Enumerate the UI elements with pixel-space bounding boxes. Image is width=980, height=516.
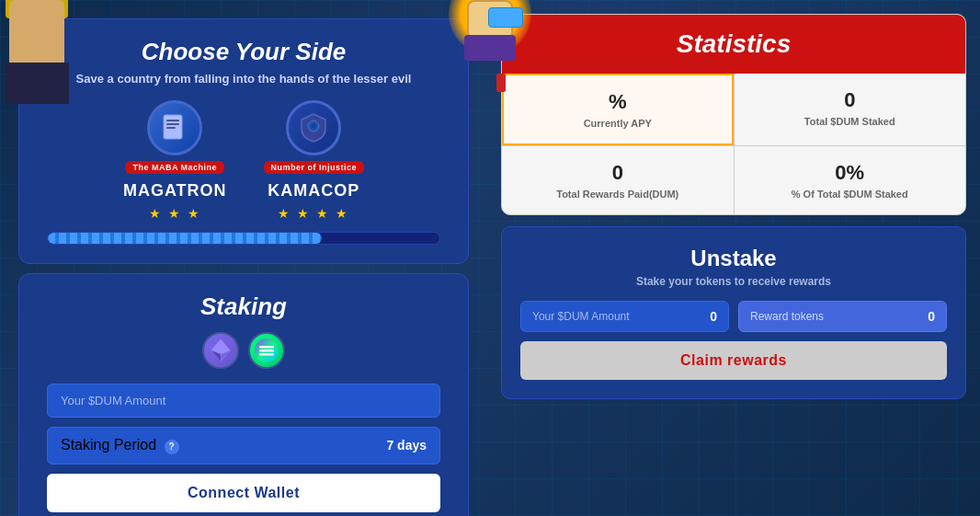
sides-row: The MABA Machine MAGATRON ★ ★ ★ Numb bbox=[47, 100, 440, 221]
svg-rect-12 bbox=[259, 353, 274, 356]
unstake-subtitle: Stake your tokens to receive rewards bbox=[520, 275, 947, 288]
coin-icons-row bbox=[47, 332, 440, 369]
statistics-grid: % Currently APY 0 Total $DUM Staked 0 To… bbox=[502, 74, 965, 214]
top-character bbox=[435, 0, 545, 64]
svg-rect-3 bbox=[166, 127, 176, 129]
connect-wallet-button[interactable]: Connect Wallet bbox=[47, 474, 440, 512]
svg-rect-10 bbox=[259, 346, 274, 349]
staking-title: Staking bbox=[47, 292, 440, 321]
unstake-dum-input[interactable]: Your $DUM Amount 0 bbox=[520, 301, 729, 332]
svg-point-5 bbox=[311, 123, 316, 129]
unstake-inputs-row: Your $DUM Amount 0 Reward tokens 0 bbox=[520, 301, 947, 332]
stat-apy-label: Currently APY bbox=[522, 118, 713, 129]
staking-period-value: 7 days bbox=[386, 438, 427, 453]
stat-apy-value: % bbox=[522, 90, 713, 114]
reward-tokens-value: 0 bbox=[928, 309, 935, 324]
stat-percent-staked: 0% % Of Total $DUM Staked bbox=[735, 146, 966, 214]
stat-rewards-paid-label: Total Rewards Paid(DUM) bbox=[520, 189, 715, 200]
statistics-title: Statistics bbox=[520, 29, 947, 59]
kamacop-option[interactable]: Number of Injustice KAMACOP ★ ★ ★ ★ bbox=[264, 100, 365, 221]
sol-icon bbox=[248, 332, 285, 369]
stat-apy: % Currently APY bbox=[502, 74, 734, 145]
content-area: Choose Your Side Save a country from fal… bbox=[0, 0, 980, 516]
stat-total-staked-value: 0 bbox=[753, 88, 948, 112]
svg-rect-1 bbox=[166, 120, 179, 121]
unstake-title: Unstake bbox=[520, 246, 947, 271]
dum-amount-input[interactable]: Your $DUM Amount bbox=[47, 384, 440, 418]
reward-tokens-group[interactable]: Reward tokens 0 bbox=[738, 301, 947, 332]
unstake-card: Unstake Stake your tokens to receive rew… bbox=[501, 226, 966, 399]
reward-tokens-label: Reward tokens bbox=[750, 310, 824, 323]
magatron-avatar bbox=[147, 100, 202, 155]
stat-percent-staked-label: % Of Total $DUM Staked bbox=[753, 189, 948, 200]
kamacop-badge: Number of Injustice bbox=[264, 161, 365, 174]
svg-rect-11 bbox=[259, 350, 274, 352]
staking-period-label: Staking Period ? bbox=[61, 437, 179, 454]
kamacop-name: KAMACOP bbox=[268, 181, 359, 201]
magatron-name: MAGATRON bbox=[123, 181, 227, 201]
stat-rewards-paid: 0 Total Rewards Paid(DUM) bbox=[502, 146, 734, 214]
stat-rewards-paid-value: 0 bbox=[520, 161, 715, 185]
stat-total-staked-label: Total $DUM Staked bbox=[753, 116, 948, 127]
stat-total-staked: 0 Total $DUM Staked bbox=[735, 74, 966, 145]
kamacop-stars: ★ ★ ★ ★ bbox=[278, 206, 349, 221]
staking-card: Staking bbox=[18, 273, 469, 516]
corner-character bbox=[0, 0, 110, 110]
unstake-dum-label: Your $DUM Amount bbox=[532, 310, 630, 323]
right-panel: Statistics % Currently APY 0 Total $DUM … bbox=[487, 0, 980, 516]
period-help-icon[interactable]: ? bbox=[165, 440, 179, 454]
stat-percent-staked-value: 0% bbox=[753, 161, 948, 185]
statistics-header: Statistics bbox=[502, 15, 965, 74]
progress-bar-fill bbox=[48, 233, 322, 244]
eth-icon bbox=[202, 332, 239, 369]
magatron-badge: The MABA Machine bbox=[125, 161, 224, 174]
svg-rect-2 bbox=[166, 123, 179, 125]
magatron-option[interactable]: The MABA Machine MAGATRON ★ ★ ★ bbox=[123, 100, 227, 221]
unstake-dum-value: 0 bbox=[710, 309, 717, 324]
staking-period-row: Staking Period ? 7 days bbox=[47, 427, 440, 464]
statistics-card: Statistics % Currently APY 0 Total $DUM … bbox=[501, 14, 966, 215]
progress-bar-container bbox=[47, 232, 440, 245]
kamacop-avatar bbox=[286, 100, 341, 155]
magatron-stars: ★ ★ ★ bbox=[149, 206, 201, 221]
claim-rewards-button[interactable]: Claim rewards bbox=[520, 341, 947, 380]
